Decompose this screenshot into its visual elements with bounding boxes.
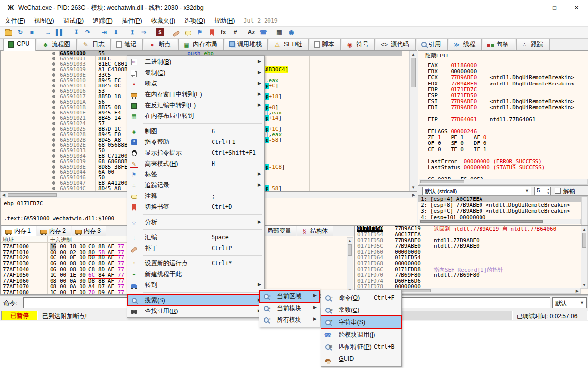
menu-item-toggle-bookmark[interactable]: 切换书签Ctrl+D	[127, 201, 264, 212]
hide-fpu-button[interactable]: 隐藏FPU	[421, 52, 452, 60]
tab-references[interactable]: 引用	[417, 39, 448, 50]
menu-item-find-references[interactable]: 查找引用(R)▶	[127, 306, 264, 316]
argument-count-stepper[interactable]: 5▲▼	[534, 187, 551, 195]
arguments-hscrollbar[interactable]	[419, 219, 581, 224]
register-line[interactable]: EDI 77B9ABE0 <ntdll.DbgUiRemoteBreakin>	[428, 104, 574, 110]
menu-item-assemble[interactable]: ↓汇编Space	[127, 232, 264, 243]
register-line[interactable]	[428, 152, 574, 158]
register-line[interactable]: ECX 77B9ABE0 <ntdll.DbgUiRemoteBreakin>	[428, 74, 574, 80]
pause-icon[interactable]: ▌▌	[54, 27, 65, 38]
submenu-item-command[interactable]: >命令(O)Ctrl+F	[321, 291, 401, 304]
stack-row[interactable]: 0171FD6800000000	[355, 260, 588, 266]
menubar-item[interactable]: 调试(D)	[59, 15, 88, 27]
menu-item-binary[interactable]: 01二进制(B)▶	[127, 57, 264, 67]
tab-threads[interactable]: ≫线程	[449, 39, 482, 50]
tab-source[interactable]: <>源代码	[376, 39, 416, 50]
breakpoint-dot-icon[interactable]	[52, 111, 55, 114]
stack-row[interactable]: 0171FD640171FD54	[355, 255, 588, 260]
stack-row[interactable]: 0171FD5877B9ABE0ntdll.77B9ABE0	[355, 237, 588, 243]
submenu-item-constant[interactable]: #常数(C)	[321, 304, 401, 316]
restart-icon[interactable]: ↻	[15, 27, 26, 38]
tab-call-stack[interactable]: 调用堆栈	[225, 39, 268, 50]
execute-till-return-icon[interactable]: ⇥	[99, 27, 109, 38]
scylla-icon[interactable]: S	[155, 27, 165, 38]
submenu-item-all-modules[interactable]: *所有模块▶	[259, 314, 320, 326]
command-mode-select[interactable]: 默认▼	[552, 297, 587, 308]
menu-item-graph[interactable]: ♣制图G	[127, 126, 264, 137]
submenu-item-intermodular-calls[interactable]: ☎跨模块调用(I)	[321, 328, 401, 340]
menu-item-patch[interactable]: 补丁Ctrl+P	[127, 243, 264, 254]
breakpoint-dot-icon[interactable]	[52, 57, 55, 60]
stack-vscrollbar[interactable]: ▲▼	[581, 226, 588, 289]
calculator-icon[interactable]: ▦	[274, 27, 285, 38]
tab-seh[interactable]: ⚠SEH链	[269, 39, 309, 50]
breakpoint-dot-icon[interactable]	[52, 160, 55, 163]
menubar-item[interactable]: 视图(V)	[29, 15, 59, 27]
argument-row[interactable]: 1: [esp+4] A0C17EEA	[418, 196, 588, 202]
argument-row[interactable]: 3: [esp+C] 77B9ABE0 <ntdll.DbgUiRemoteBr…	[418, 208, 588, 214]
phone-icon[interactable]: ☎	[258, 27, 268, 38]
menubar-item[interactable]: 帮助(H)	[210, 15, 239, 27]
register-line[interactable]: EDX 77B9ABE0 <ntdll.DbgUiRemoteBreakin>	[428, 81, 574, 86]
breakpoint-dot-icon[interactable]	[52, 106, 55, 109]
run-to-user-code-icon[interactable]: ⇓	[110, 27, 121, 38]
globe-icon[interactable]: ◉	[286, 27, 296, 38]
menubar-item[interactable]: 选项(O)	[180, 15, 210, 27]
close-button[interactable]: ✕	[565, 0, 588, 15]
stack-row[interactable]: 0171FD6000000000	[355, 249, 588, 255]
tab-script[interactable]: 脚本	[310, 39, 341, 50]
submenu-item-string-references[interactable]: ❞字符串(S)	[321, 316, 401, 328]
register-line[interactable]: EFLAGS 00000246	[428, 128, 574, 134]
breakpoint-dot-icon[interactable]	[52, 187, 55, 190]
submenu-item-current-module[interactable]: ▪当前模块▶	[259, 302, 320, 314]
registers-hscrollbar[interactable]	[419, 179, 588, 185]
breakpoint-dot-icon[interactable]	[52, 127, 55, 131]
patch-icon[interactable]	[171, 27, 182, 38]
menu-item-label[interactable]: ⚑标签▶	[127, 169, 264, 180]
breakpoint-dot-icon[interactable]	[52, 181, 55, 185]
step-out-icon[interactable]: ↥	[127, 27, 137, 38]
menu-item-search[interactable]: 搜索(S)▶	[127, 295, 264, 306]
register-line[interactable]: EBP 0171FD7C	[428, 86, 574, 92]
run-icon[interactable]: →	[43, 27, 53, 38]
registers-panel[interactable]: 隐藏FPU EAX 01186000EBX 00000000ECX 77B9AB…	[418, 50, 588, 186]
stack-row[interactable]: 0171FD5077B9AC19返回到 ntdll.77B9AC19 自 ntd…	[355, 226, 588, 231]
hash-icon[interactable]: #	[230, 27, 241, 38]
menubar-item[interactable]: 文件(F)	[0, 15, 29, 27]
breakpoint-dot-icon[interactable]	[52, 89, 55, 93]
string-az-icon[interactable]: Az	[246, 27, 257, 38]
breakpoint-dot-icon[interactable]	[52, 143, 55, 147]
bookmark-icon[interactable]	[206, 27, 217, 38]
register-line[interactable]: ZF 1 PF 1 AF 0	[428, 134, 574, 140]
open-file-icon[interactable]	[3, 27, 14, 38]
menu-item-analysis[interactable]: ☆分析▶	[127, 217, 264, 227]
register-line[interactable]	[428, 122, 574, 128]
submenu-item-pattern[interactable]: ▦匹配特征(P)Ctrl+B	[321, 340, 401, 353]
step-into-icon[interactable]: ↧	[71, 27, 81, 38]
arguments-panel[interactable]: 1: [esp+4] A0C17EEA2: [esp+8] 77B9ABE0 <…	[418, 196, 588, 225]
menu-item-goto[interactable]: 转到▶	[127, 280, 264, 290]
register-line[interactable]	[428, 170, 574, 176]
arguments-vscrollbar[interactable]	[581, 197, 588, 225]
breakpoint-dot-icon[interactable]	[52, 68, 55, 71]
menubar-item[interactable]: 插件(P)	[117, 15, 147, 27]
breakpoint-dot-icon[interactable]	[52, 52, 55, 55]
minimize-button[interactable]: ─	[521, 0, 543, 15]
stack-row[interactable]: 0171FD74D60FE6D6	[355, 278, 588, 283]
tab-notes[interactable]: 笔记	[112, 39, 143, 50]
attach-icon[interactable]: ⇒	[138, 27, 149, 38]
stack-row[interactable]: 0171FD5C77B9ABE0ntdll.77B9ABE0	[355, 243, 588, 249]
breakpoint-dot-icon[interactable]	[52, 138, 55, 142]
stack-row[interactable]: 0171FD6C0171FDD8指向SEH_Record[1]的指针	[355, 266, 588, 272]
tab-graph[interactable]: ♣流程图	[37, 39, 77, 50]
menu-item-instruction-help[interactable]: ?指令帮助Ctrl+F1	[127, 137, 264, 147]
dump-tab[interactable]: 内存 2	[37, 226, 71, 236]
breakpoint-dot-icon[interactable]	[52, 154, 55, 158]
breakpoint-dot-icon[interactable]	[52, 170, 55, 174]
register-line[interactable]	[428, 111, 574, 116]
register-line[interactable]: EBX 00000000	[428, 68, 574, 74]
menu-item-new-thread-here[interactable]: +新建线程于此	[127, 269, 264, 280]
register-line[interactable]: LastStatus 00000000 (STATUS_SUCCESS)	[428, 164, 574, 170]
label-icon[interactable]: ⚑	[194, 27, 205, 38]
maximize-button[interactable]: □	[543, 0, 565, 15]
